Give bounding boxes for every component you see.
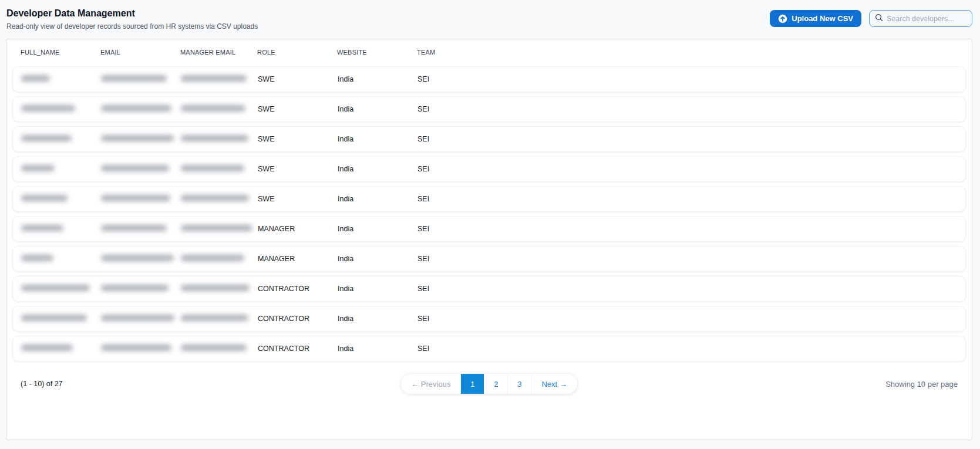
cell-website: India xyxy=(338,195,417,203)
cell-website: India xyxy=(338,285,417,293)
cell-full-name xyxy=(21,315,101,323)
redacted-email xyxy=(101,165,169,171)
redacted-email xyxy=(101,75,167,82)
cell-email xyxy=(101,315,181,323)
cell-website: India xyxy=(338,345,417,353)
table-row: MANAGER India SEI xyxy=(12,246,966,272)
cell-email xyxy=(101,345,181,353)
cell-team: SEI xyxy=(417,165,965,173)
cell-team: SEI xyxy=(417,195,965,203)
redacted-full-name xyxy=(21,255,53,261)
redacted-full-name xyxy=(21,75,50,82)
redacted-manager-email xyxy=(181,315,248,321)
redacted-manager-email xyxy=(181,105,245,112)
pagination-next-button[interactable]: Next → xyxy=(531,374,577,394)
pagination-previous-button[interactable]: ← Previous xyxy=(401,374,461,394)
cell-website: India xyxy=(338,105,417,113)
pagination-page-1[interactable]: 1 xyxy=(461,374,484,394)
redacted-manager-email xyxy=(181,195,249,201)
redacted-email xyxy=(101,135,174,141)
cell-full-name xyxy=(21,345,101,353)
cell-manager-email xyxy=(181,285,258,293)
cell-manager-email xyxy=(181,225,258,233)
redacted-email xyxy=(101,225,167,231)
upload-csv-button[interactable]: Upload New CSV xyxy=(770,10,861,27)
page-heading-block: Developer Data Management Read-only view… xyxy=(6,8,258,31)
page-title: Developer Data Management xyxy=(6,8,258,19)
cell-role: SWE xyxy=(258,195,338,203)
cell-email xyxy=(101,285,181,293)
search-box xyxy=(869,10,972,27)
redacted-email xyxy=(101,255,174,261)
table-body: SWE India SEI SWE India SEI SWE India SE… xyxy=(12,66,966,362)
table-row: SWE India SEI xyxy=(12,66,966,92)
pagination-page-2[interactable]: 2 xyxy=(484,374,508,394)
cell-role: SWE xyxy=(258,75,338,83)
redacted-full-name xyxy=(21,195,68,201)
redacted-email xyxy=(101,345,171,351)
table-row: CONTRACTOR India SEI xyxy=(12,336,966,362)
redacted-manager-email xyxy=(181,75,247,82)
cell-website: India xyxy=(338,75,417,83)
developer-table-card: FULL_NAME EMAIL MANAGER EMAIL ROLE WEBSI… xyxy=(6,39,972,440)
redacted-full-name xyxy=(21,285,90,291)
cell-email xyxy=(101,255,181,263)
cell-role: SWE xyxy=(258,135,338,143)
cell-role: SWE xyxy=(258,165,338,173)
cell-website: India xyxy=(338,255,417,263)
pagination: ← Previous 1 2 3 Next → xyxy=(401,374,577,394)
cell-full-name xyxy=(21,135,101,143)
cell-manager-email xyxy=(181,195,258,203)
cell-team: SEI xyxy=(417,75,965,83)
page-header: Developer Data Management Read-only view… xyxy=(6,8,972,31)
cell-email xyxy=(101,195,181,203)
cell-full-name xyxy=(21,225,101,233)
table-row: CONTRACTOR India SEI xyxy=(12,276,966,302)
header-actions: Upload New CSV xyxy=(770,10,972,27)
cell-full-name xyxy=(21,75,101,83)
cell-website: India xyxy=(338,165,417,173)
cell-team: SEI xyxy=(417,285,965,293)
cell-role: CONTRACTOR xyxy=(258,285,338,293)
table-footer: (1 - 10) of 27 ← Previous 1 2 3 Next → S… xyxy=(21,374,958,394)
table-row: SWE India SEI xyxy=(12,156,966,182)
cell-email xyxy=(101,165,181,173)
cell-website: India xyxy=(338,225,417,233)
redacted-manager-email xyxy=(181,165,244,171)
table-row: SWE India SEI xyxy=(12,96,966,122)
column-header-team: TEAM xyxy=(417,49,966,56)
cell-role: CONTRACTOR xyxy=(258,345,338,353)
redacted-full-name xyxy=(21,105,75,112)
cell-full-name xyxy=(21,255,101,263)
redacted-manager-email xyxy=(181,225,252,231)
cell-email xyxy=(101,135,181,143)
column-header-manager-email: MANAGER EMAIL xyxy=(180,49,257,56)
table-header-row: FULL_NAME EMAIL MANAGER EMAIL ROLE WEBSI… xyxy=(12,39,966,63)
cell-full-name xyxy=(21,285,101,293)
redacted-manager-email xyxy=(181,255,244,261)
redacted-full-name xyxy=(21,135,72,141)
column-header-website: WEBSITE xyxy=(337,49,417,56)
cell-website: India xyxy=(338,315,417,323)
upload-icon xyxy=(778,14,787,23)
page-subtitle: Read-only view of developer records sour… xyxy=(6,22,258,31)
cell-full-name xyxy=(21,105,101,113)
cell-full-name xyxy=(21,195,101,203)
table-row: MANAGER India SEI xyxy=(12,216,966,242)
redacted-email xyxy=(101,285,169,291)
column-header-role: ROLE xyxy=(257,49,337,56)
redacted-manager-email xyxy=(181,345,247,351)
redacted-full-name xyxy=(21,165,55,171)
pagination-page-3[interactable]: 3 xyxy=(508,374,531,394)
redacted-manager-email xyxy=(181,135,248,141)
cell-manager-email xyxy=(181,345,258,353)
search-input[interactable] xyxy=(887,15,966,23)
upload-button-label: Upload New CSV xyxy=(792,14,853,23)
redacted-manager-email xyxy=(181,285,250,291)
cell-team: SEI xyxy=(417,255,965,263)
cell-team: SEI xyxy=(417,135,965,143)
cell-role: CONTRACTOR xyxy=(258,315,338,323)
cell-website: India xyxy=(338,135,417,143)
table-row: SWE India SEI xyxy=(12,126,966,152)
cell-manager-email xyxy=(181,255,258,263)
